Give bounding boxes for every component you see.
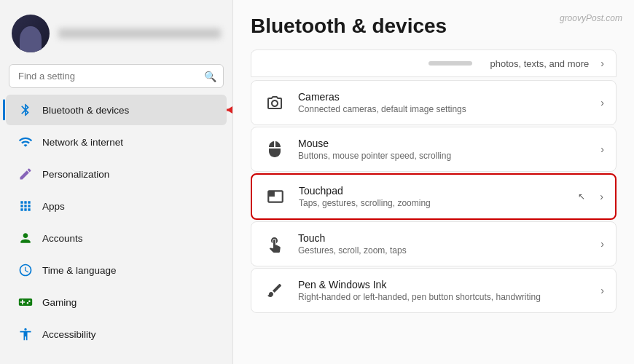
sidebar-item-label-bluetooth: Bluetooth & devices <box>42 105 129 116</box>
setting-touch-desc: Gestures, scroll, zoom, taps <box>298 245 589 256</box>
accessibility-icon <box>17 326 34 342</box>
setting-mouse-text: Mouse Buttons, mouse pointer speed, scro… <box>298 138 589 161</box>
search-icon: 🔍 <box>204 71 216 82</box>
setting-mouse[interactable]: Mouse Buttons, mouse pointer speed, scro… <box>251 127 617 172</box>
nav-list: Bluetooth & devices Network & internet P… <box>0 94 232 350</box>
touchpad-icon <box>264 185 287 208</box>
setting-pen-desc: Right-handed or left-handed, pen button … <box>298 292 589 302</box>
sidebar-item-label-time: Time & language <box>42 265 117 276</box>
avatar <box>12 15 50 52</box>
setting-touchpad-title: Touchpad <box>299 185 566 197</box>
cameras-chevron: › <box>600 97 604 108</box>
sidebar-item-label-apps: Apps <box>42 201 65 212</box>
profile-name <box>58 28 221 39</box>
partial-item-text: photos, texts, and more <box>490 58 589 69</box>
profile-section <box>0 7 232 64</box>
pen-icon <box>263 279 286 302</box>
sidebar-item-apps[interactable]: Apps <box>6 191 227 221</box>
setting-touchpad-text: Touchpad Taps, gestures, scrolling, zoom… <box>299 185 566 208</box>
touch-icon <box>263 232 286 256</box>
sidebar-item-personalization[interactable]: Personalization <box>6 159 227 189</box>
partial-setting-item[interactable]: photos, texts, and more › <box>251 50 617 77</box>
setting-touch-title: Touch <box>298 232 589 244</box>
touchpad-chevron: › <box>600 191 603 202</box>
sidebar-item-label-gaming: Gaming <box>42 297 77 308</box>
setting-pen[interactable]: Pen & Windows Ink Right-handed or left-h… <box>251 268 617 313</box>
cursor-indicator: ↖ <box>578 191 585 202</box>
setting-pen-text: Pen & Windows Ink Right-handed or left-h… <box>298 279 589 302</box>
sidebar-item-label-accessibility: Accessibility <box>42 329 96 340</box>
apps-icon <box>17 198 34 214</box>
time-icon <box>17 262 34 278</box>
setting-mouse-desc: Buttons, mouse pointer speed, scrolling <box>298 151 589 161</box>
network-icon <box>17 134 34 150</box>
svg-marker-1 <box>227 106 232 114</box>
watermark: groovyPost.com <box>560 13 622 23</box>
sidebar-item-bluetooth[interactable]: Bluetooth & devices <box>6 95 227 125</box>
sidebar-item-accounts[interactable]: Accounts <box>6 223 227 253</box>
setting-touch-text: Touch Gestures, scroll, zoom, taps <box>298 232 589 256</box>
setting-cameras-text: Cameras Connected cameras, default image… <box>298 91 589 114</box>
sidebar-item-network[interactable]: Network & internet <box>6 127 227 157</box>
sidebar-item-label-network: Network & internet <box>42 137 123 148</box>
mouse-icon <box>263 138 286 161</box>
pen-chevron: › <box>600 285 604 296</box>
accounts-icon <box>17 230 34 246</box>
search-box[interactable]: 🔍 <box>9 64 224 88</box>
bluetooth-icon <box>17 102 34 118</box>
main-content: groovyPost.com Bluetooth & devices photo… <box>233 0 634 364</box>
sidebar-item-accessibility[interactable]: Accessibility <box>6 319 227 349</box>
personalization-icon <box>17 166 34 182</box>
setting-pen-title: Pen & Windows Ink <box>298 279 589 290</box>
gaming-icon <box>17 294 34 310</box>
setting-mouse-title: Mouse <box>298 138 589 149</box>
setting-cameras[interactable]: Cameras Connected cameras, default image… <box>251 80 617 125</box>
setting-touch[interactable]: Touch Gestures, scroll, zoom, taps › <box>251 221 617 266</box>
setting-cameras-desc: Connected cameras, default image setting… <box>298 104 589 114</box>
touch-chevron: › <box>600 238 604 250</box>
sidebar-item-gaming[interactable]: Gaming <box>6 287 227 317</box>
partial-chevron: › <box>600 58 604 69</box>
camera-icon <box>263 91 286 114</box>
setting-touchpad[interactable]: Touchpad Taps, gestures, scrolling, zoom… <box>251 173 617 220</box>
setting-cameras-title: Cameras <box>298 91 589 103</box>
settings-list: photos, texts, and more › Cameras Connec… <box>251 50 617 313</box>
sidebar-item-time[interactable]: Time & language <box>6 255 227 285</box>
setting-touchpad-desc: Taps, gestures, scrolling, zooming <box>299 198 566 208</box>
sidebar-item-label-personalization: Personalization <box>42 169 109 180</box>
mouse-chevron: › <box>600 143 604 155</box>
sidebar-item-label-accounts: Accounts <box>42 233 83 244</box>
search-input[interactable] <box>9 64 224 88</box>
arrow-annotation <box>222 101 232 119</box>
sidebar: 🔍 Bluetooth & devices Network & intern <box>0 0 233 364</box>
